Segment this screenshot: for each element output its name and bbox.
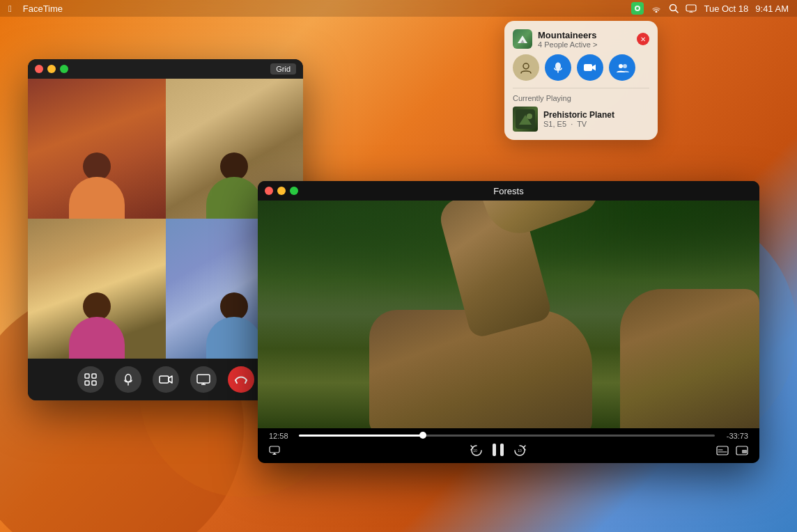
search-icon[interactable] xyxy=(669,3,679,13)
shareplay-menubar-icon[interactable] xyxy=(631,2,644,15)
minimize-button[interactable] xyxy=(47,65,56,73)
svg-rect-8 xyxy=(92,374,96,378)
participant-1-avatar xyxy=(69,152,125,219)
forward-button[interactable]: 10 xyxy=(513,444,527,459)
svg-rect-14 xyxy=(197,375,210,383)
tv-window-controls xyxy=(265,187,298,195)
svg-rect-27 xyxy=(270,446,279,453)
svg-point-23 xyxy=(619,64,623,68)
svg-line-17 xyxy=(235,380,237,383)
menubar-date[interactable]: Tue Oct 18 xyxy=(704,3,748,14)
wifi-icon[interactable] xyxy=(651,4,662,13)
shareplay-person-button[interactable] xyxy=(513,54,539,81)
remaining-time: -33:73 xyxy=(720,432,748,440)
svg-line-18 xyxy=(245,380,247,383)
participant-3-avatar xyxy=(69,292,125,359)
participant-1-body xyxy=(69,177,125,219)
svg-rect-7 xyxy=(85,374,89,378)
participant-4-body xyxy=(206,317,262,359)
menubar-left:  FaceTime xyxy=(8,3,63,14)
mute-button[interactable] xyxy=(115,366,141,393)
iguana-second-creature xyxy=(620,289,759,428)
shareplay-notification: Mountaineers 4 People Active > ✕ xyxy=(504,21,658,140)
participant-3 xyxy=(28,219,166,359)
participant-1-head xyxy=(83,152,111,180)
svg-rect-32 xyxy=(717,446,728,455)
airplay-button[interactable] xyxy=(269,446,280,457)
rewind-button[interactable]: 10 xyxy=(470,444,483,459)
progress-thumb xyxy=(419,432,426,439)
participant-4-avatar xyxy=(206,292,262,359)
tv-fullscreen-button[interactable] xyxy=(290,187,298,195)
play-pause-button[interactable] xyxy=(492,443,504,460)
svg-rect-13 xyxy=(160,376,169,383)
mountaineers-app-icon xyxy=(513,29,532,49)
camera-button[interactable] xyxy=(153,366,179,393)
participant-2-head xyxy=(220,152,248,180)
window-controls xyxy=(35,65,68,73)
facetime-titlebar: Grid xyxy=(28,59,303,79)
tv-player-window: Forests 12:58 xyxy=(258,181,759,463)
playing-info: Prehistoric Planet S1, E5 · TV xyxy=(543,110,614,128)
shareplay-video-button[interactable] xyxy=(577,54,603,81)
shareplay-people-button[interactable] xyxy=(609,54,635,81)
notification-header: Mountaineers 4 People Active > ✕ xyxy=(513,29,649,49)
playing-content[interactable]: Prehistoric Planet S1, E5 · TV xyxy=(513,107,649,132)
menubar-time[interactable]: 9:41 AM xyxy=(755,3,789,14)
app-menu-facetime[interactable]: FaceTime xyxy=(23,3,63,14)
progress-row: 12:58 -33:73 xyxy=(269,432,748,440)
currently-playing-section: Currently Playing Prehistoric Planet S1,… xyxy=(513,88,649,132)
menubar:  FaceTime xyxy=(0,0,797,17)
svg-point-24 xyxy=(623,64,627,68)
progress-fill xyxy=(299,435,424,437)
svg-rect-22 xyxy=(584,64,592,71)
tv-video-content[interactable] xyxy=(258,201,759,428)
tv-close-button[interactable] xyxy=(265,187,273,195)
playing-meta: S1, E5 · TV xyxy=(543,120,614,128)
participant-4-head xyxy=(220,292,248,320)
participant-3-body xyxy=(69,317,125,359)
pip-button[interactable] xyxy=(736,446,748,457)
iguana-main-creature xyxy=(314,212,606,428)
grid-view-button[interactable]: Grid xyxy=(270,63,296,75)
end-call-button[interactable] xyxy=(228,366,254,393)
menubar-right: Tue Oct 18 9:41 AM xyxy=(631,2,789,15)
playing-title: Prehistoric Planet xyxy=(543,110,614,120)
controls-row: 10 10 xyxy=(269,443,748,460)
currently-playing-label: Currently Playing xyxy=(513,94,649,102)
apple-menu[interactable]:  xyxy=(8,3,12,14)
svg-rect-10 xyxy=(92,381,96,385)
participant-1 xyxy=(28,79,166,219)
shareplay-mic-button[interactable] xyxy=(545,54,571,81)
tv-minimize-button[interactable] xyxy=(277,187,286,195)
fullscreen-button[interactable] xyxy=(60,65,68,73)
svg-point-11 xyxy=(125,375,131,382)
participant-3-head xyxy=(83,292,111,320)
svg-rect-29 xyxy=(493,444,496,456)
participant-2-body xyxy=(206,177,262,219)
notification-app-name: Mountaineers xyxy=(538,30,631,40)
participant-2-avatar xyxy=(206,152,262,219)
notification-close-button[interactable]: ✕ xyxy=(637,33,649,45)
notification-subtitle[interactable]: 4 People Active > xyxy=(538,40,631,49)
svg-point-26 xyxy=(527,114,532,119)
svg-point-20 xyxy=(555,63,561,70)
controls-right xyxy=(716,446,748,457)
screen-share-button[interactable] xyxy=(190,366,217,393)
svg-point-19 xyxy=(523,63,529,69)
subtitles-button[interactable] xyxy=(716,446,729,457)
grid-toggle-button[interactable] xyxy=(77,366,104,393)
controls-left xyxy=(269,446,280,457)
progress-track[interactable] xyxy=(299,435,715,437)
display-icon[interactable] xyxy=(686,4,697,13)
close-button[interactable] xyxy=(35,65,43,73)
playing-thumbnail xyxy=(513,107,538,132)
svg-rect-4 xyxy=(686,5,696,11)
svg-line-3 xyxy=(676,10,679,13)
svg-text:10: 10 xyxy=(473,448,477,452)
svg-rect-9 xyxy=(85,381,89,385)
tv-transport-controls: 12:58 -33:73 xyxy=(258,428,759,463)
svg-rect-36 xyxy=(742,450,747,453)
current-time: 12:58 xyxy=(269,432,293,440)
tv-titlebar: Forests xyxy=(258,181,759,201)
